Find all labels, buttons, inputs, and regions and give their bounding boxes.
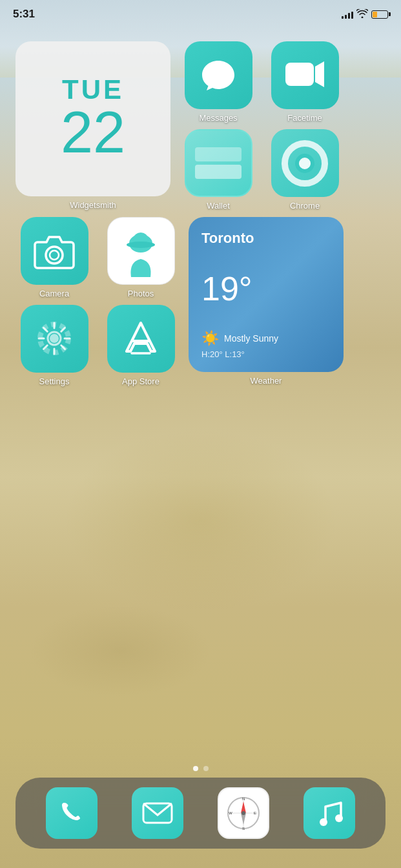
weather-condition: Mostly Sunny [224,333,278,344]
battery-icon [371,10,388,19]
messages-app[interactable]: Messages [180,41,257,123]
weather-high-low: H:20° L:13° [201,349,331,359]
music-dock-icon[interactable] [303,787,355,839]
status-icons [342,9,388,20]
photos-app[interactable]: Photos [102,217,180,298]
svg-point-27 [242,811,245,815]
settings-icon[interactable] [21,305,88,373]
mail-dock-app[interactable] [132,787,183,839]
weather-label: Weather [251,376,282,386]
wallet-app[interactable]: Wallet [180,129,257,211]
widgetsmith-widget[interactable]: TUE 22 [15,41,170,196]
svg-point-33 [335,814,343,822]
svg-point-3 [50,251,59,260]
signal-icon [342,10,353,19]
svg-point-2 [46,247,63,264]
messages-icon[interactable] [185,41,252,109]
camera-label: Camera [39,289,69,298]
svg-point-8 [50,334,59,343]
facetime-label: Facetime [287,113,322,123]
right-icon-col: Messages Facetime [180,41,344,211]
appstore-icon[interactable] [107,305,175,373]
svg-text:N: N [242,797,245,801]
weather-condition-row: ☀️ Mostly Sunny [201,330,331,347]
photos-label: Photos [128,289,154,298]
appstore-label: App Store [122,377,159,386]
svg-marker-1 [315,61,324,87]
camera-app[interactable]: Camera [15,217,93,298]
chrome-app[interactable]: Chrome [266,129,344,211]
mail-dock-icon[interactable] [132,787,183,839]
widgetsmith-wrapper: TUE 22 Widgetsmith [15,41,170,210]
weather-details: ☀️ Mostly Sunny H:20° L:13° [201,330,331,359]
photos-icon[interactable] [107,217,175,285]
weather-wrapper: Toronto 19° ☀️ Mostly Sunny H:20° L:13° … [189,217,344,386]
chrome-label: Chrome [290,201,320,211]
row-wallet-chrome: Wallet Chrome [180,129,344,211]
widget-day: TUE [62,76,124,103]
svg-text:S: S [242,827,245,831]
widgetsmith-label: Widgetsmith [70,200,116,210]
dock: N S E W [15,778,386,849]
status-bar: 5:31 [0,0,401,28]
chrome-icon[interactable] [271,129,339,197]
page-dot-active [193,766,198,771]
wallet-icon[interactable] [185,129,252,197]
facetime-icon[interactable] [271,41,339,109]
status-time: 5:31 [13,8,35,21]
weather-temp: 19° [201,272,331,305]
row-settings-appstore: Settings App Store [15,305,180,386]
weather-city: Toronto [201,230,331,247]
camera-icon[interactable] [21,217,88,285]
sun-icon: ☀️ [201,330,219,347]
safari-dock-icon[interactable]: N S E W [218,787,269,839]
messages-label: Messages [199,113,237,123]
phone-dock-icon[interactable] [46,787,98,839]
svg-rect-0 [285,63,314,86]
settings-app[interactable]: Settings [15,305,93,386]
app-row-2: Camera Photo [15,217,386,386]
app-row-1: TUE 22 Widgetsmith Messages [15,41,386,211]
phone-dock-app[interactable] [46,787,98,839]
svg-text:E: E [254,811,256,815]
wifi-icon [356,9,368,20]
settings-label: Settings [39,377,70,386]
weather-widget[interactable]: Toronto 19° ☀️ Mostly Sunny H:20° L:13° [189,217,344,372]
wallet-label: Wallet [207,201,230,211]
svg-point-32 [320,818,327,826]
home-screen: TUE 22 Widgetsmith Messages [0,28,401,868]
left-icon-col: Camera Photo [15,217,180,386]
page-indicator [193,766,209,771]
widget-date: 22 [61,103,125,161]
page-dot-inactive [203,766,209,771]
svg-text:W: W [229,811,232,815]
facetime-app[interactable]: Facetime [266,41,344,123]
row-messages-facetime: Messages Facetime [180,41,344,123]
appstore-app[interactable]: App Store [102,305,180,386]
row-camera-photos: Camera Photo [15,217,180,298]
music-dock-app[interactable] [303,787,355,839]
safari-dock-app[interactable]: N S E W [218,787,269,839]
svg-point-6 [127,242,155,248]
battery-fill [373,12,377,17]
